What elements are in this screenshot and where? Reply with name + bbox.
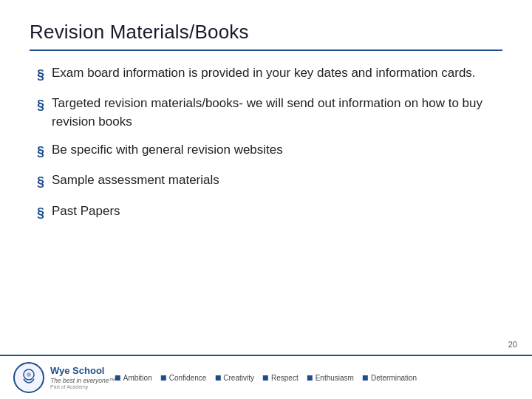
- bullet-icon: §: [37, 65, 44, 84]
- school-name: Wye School: [50, 365, 115, 377]
- footer-values: AmbitionConfidenceCreativityRespectEnthu…: [111, 374, 421, 382]
- bullet-text: Be specific with general revision websit…: [52, 141, 283, 160]
- footer-value-item: Respect: [263, 374, 299, 382]
- slide-title: Revision Materials/Books: [30, 21, 502, 51]
- slide: Revision Materials/Books §Exam board inf…: [0, 0, 532, 399]
- main-content: Revision Materials/Books §Exam board inf…: [0, 0, 532, 355]
- footer-value-label: Enthusiasm: [316, 374, 354, 382]
- footer-logo: Wye School The best in everyone™ Part of…: [13, 362, 115, 393]
- footer-value-dot: [307, 375, 313, 381]
- footer-value-dot: [263, 375, 268, 381]
- footer-value-item: Confidence: [161, 374, 207, 382]
- bullet-icon: §: [37, 203, 44, 222]
- footer-value-label: Creativity: [223, 374, 254, 382]
- footer-value-label: Ambition: [123, 374, 152, 382]
- footer-value-dot: [161, 375, 166, 381]
- bullet-text: Targeted revision materials/books- we wi…: [52, 95, 502, 131]
- footer-value-item: Determination: [363, 374, 417, 382]
- footer: Wye School The best in everyone™ Part of…: [0, 355, 532, 399]
- footer-value-label: Confidence: [169, 374, 207, 382]
- bullet-item: §Sample assessment materials: [37, 171, 502, 191]
- bullet-item: §Be specific with general revision websi…: [37, 141, 502, 161]
- school-logo-icon: [18, 367, 39, 388]
- bullet-item: §Exam board information is provided in y…: [37, 64, 502, 84]
- bullet-icon: §: [37, 172, 44, 191]
- footer-value-item: Creativity: [215, 374, 254, 382]
- bullet-text: Exam board information is provided in yo…: [52, 64, 476, 83]
- bullet-icon: §: [37, 142, 44, 161]
- footer-value-label: Respect: [271, 374, 299, 382]
- footer-value-item: Enthusiasm: [307, 374, 354, 382]
- footer-value-dot: [363, 375, 368, 381]
- logo-circle: [13, 362, 44, 393]
- footer-value-label: Determination: [371, 374, 417, 382]
- svg-point-1: [27, 372, 31, 377]
- bullet-text: Past Papers: [52, 202, 120, 221]
- footer-value-dot: [215, 375, 220, 381]
- bullet-item: §Targeted revision materials/books- we w…: [37, 95, 502, 131]
- logo-text-block: Wye School The best in everyone™ Part of…: [50, 365, 115, 390]
- school-subtext: Part of Academy: [50, 384, 115, 390]
- school-tagline: The best in everyone™: [50, 377, 115, 384]
- bullet-icon: §: [37, 95, 44, 115]
- footer-value-dot: [115, 375, 120, 381]
- bullet-text: Sample assessment materials: [52, 171, 219, 190]
- page-number: 20: [508, 340, 517, 349]
- footer-value-item: Ambition: [115, 374, 152, 382]
- bullet-list: §Exam board information is provided in y…: [30, 64, 502, 222]
- bullet-item: §Past Papers: [37, 202, 502, 222]
